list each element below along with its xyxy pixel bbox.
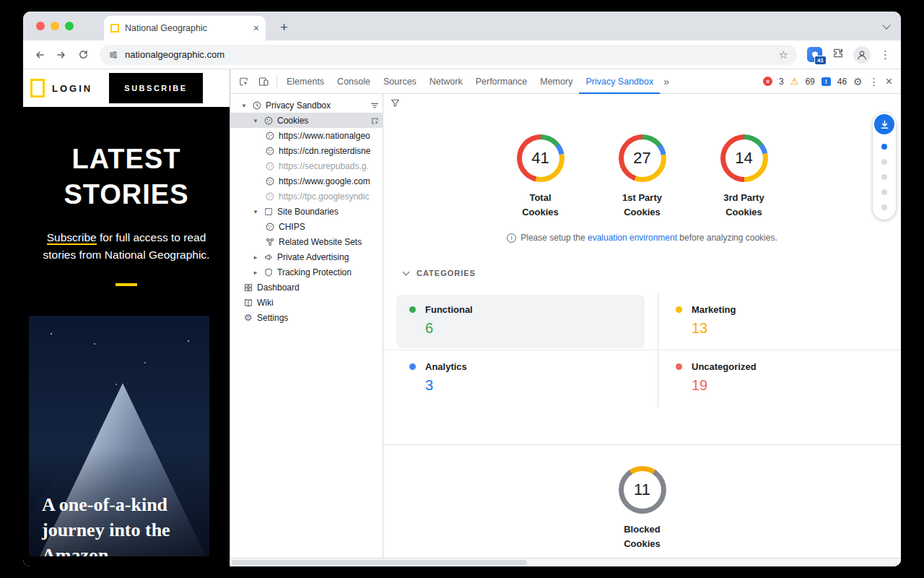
subscribe-link[interactable]: Subscribe	[47, 231, 97, 245]
first-party-cookies-stat[interactable]: 27 1st Party Cookies	[612, 134, 673, 220]
devtools-settings-icon[interactable]: ⚙	[853, 77, 863, 87]
tree-item-label: CHIPS	[279, 222, 305, 232]
chevron-down-icon[interactable]	[403, 269, 410, 276]
back-button[interactable]	[29, 44, 51, 66]
expander-icon[interactable]: ▾	[252, 117, 259, 124]
close-window-button[interactable]	[36, 22, 45, 30]
address-bar[interactable]: nationalgeographic.com ☆	[100, 45, 797, 65]
category-value: 3	[425, 377, 645, 394]
issues-icon[interactable]: !	[821, 77, 831, 86]
hero-caption[interactable]: A one-of-a-kind journey into the Amazon	[42, 492, 197, 556]
login-link[interactable]: LOGIN	[52, 83, 109, 94]
chrome-menu-icon[interactable]: ⋮	[880, 48, 891, 61]
devtools-close-icon[interactable]: ×	[886, 76, 892, 87]
privacy-extension-icon[interactable]: 41	[807, 47, 822, 62]
tab-console[interactable]: Console	[331, 69, 377, 94]
minimize-window-button[interactable]	[51, 22, 59, 30]
tree-filter-icon[interactable]	[370, 100, 380, 111]
new-tab-button[interactable]: +	[274, 18, 294, 38]
bookmark-star-icon[interactable]: ☆	[779, 48, 788, 61]
categories-header[interactable]: CATEGORIES	[383, 269, 901, 277]
tree-item-cookies[interactable]: ▾ Cookies	[230, 113, 383, 128]
reload-button[interactable]	[72, 44, 94, 66]
tree-item-label: Related Website Sets	[279, 237, 362, 247]
filter-icon[interactable]	[390, 98, 401, 111]
errors-count[interactable]: 3	[779, 77, 784, 87]
device-toolbar-icon[interactable]	[253, 72, 274, 91]
tree-item-cookie-origin[interactable]: https://www.nationalgeo	[230, 128, 383, 143]
expander-icon[interactable]: ▾	[252, 208, 259, 215]
zoom-window-button[interactable]	[65, 22, 74, 30]
section-indicator	[873, 113, 896, 220]
tracking-protection-icon	[263, 267, 274, 277]
warnings-icon[interactable]: ⚠	[790, 77, 799, 86]
blocked-cookies-stat[interactable]: 11 Blocked Cookies	[612, 466, 673, 551]
forward-button[interactable]	[51, 44, 72, 66]
category-cell-uncategorized[interactable]: Uncategorized 19	[658, 350, 901, 407]
tree-item-private-advertising[interactable]: ▸ Private Advertising	[230, 249, 383, 264]
tab-search-chevron-icon[interactable]	[882, 21, 890, 29]
tree-item-cookie-origin[interactable]: https://tpc.googlesyndic	[230, 189, 383, 204]
section-divider	[383, 444, 901, 445]
tree-item-settings[interactable]: ⚙ Settings	[230, 310, 383, 325]
total-cookies-stat[interactable]: 41 Total Cookies	[510, 134, 571, 220]
third-party-cookies-stat[interactable]: 14 3rd Party Cookies	[714, 134, 775, 220]
category-cell-marketing[interactable]: Marketing 13	[658, 293, 901, 350]
section-dot[interactable]	[881, 159, 887, 165]
expander-icon[interactable]: ▸	[252, 254, 259, 261]
tree-item-related-website-sets[interactable]: Related Website Sets	[230, 234, 383, 249]
download-report-button[interactable]	[874, 114, 894, 134]
section-dot[interactable]	[881, 174, 887, 180]
section-dot[interactable]	[881, 204, 887, 210]
tree-item-cookie-origin[interactable]: https://securepubads.g.	[230, 158, 383, 173]
category-cell-analytics[interactable]: Analytics 3	[383, 350, 658, 407]
issues-count[interactable]: 46	[837, 77, 847, 87]
label-line-1: 3rd Party	[723, 191, 764, 205]
tree-item-chips[interactable]: CHIPS	[230, 219, 383, 234]
evaluation-environment-link[interactable]: evaluation environment	[588, 233, 677, 243]
tree-item-tracking-protection[interactable]: ▸ Tracking Protection	[230, 264, 383, 280]
expander-icon[interactable]: ▸	[252, 269, 259, 276]
horizontal-scrollbar[interactable]	[230, 558, 901, 566]
more-tabs-icon[interactable]: »	[660, 76, 673, 87]
expander-icon[interactable]: ▾	[240, 102, 248, 109]
url-text[interactable]: nationalgeographic.com	[125, 49, 772, 60]
site-boundaries-icon	[263, 206, 274, 217]
tab-privacy-sandbox[interactable]: Privacy Sandbox	[579, 69, 660, 94]
tree-item-site-boundaries[interactable]: ▾ Site Boundaries	[230, 204, 383, 219]
section-dot-active[interactable]	[881, 144, 887, 150]
tree-item-label: https://cdn.registerdisne	[279, 146, 370, 156]
tree-item-privacy-sandbox[interactable]: ▾ Privacy Sandbox	[230, 98, 383, 113]
functional-dot	[409, 306, 416, 313]
tab-memory[interactable]: Memory	[533, 69, 579, 94]
devtools-menu-icon[interactable]: ⋮	[869, 77, 879, 87]
inspect-element-icon[interactable]	[233, 72, 253, 91]
tree-item-dashboard[interactable]: Dashboard	[230, 280, 383, 295]
notice-suffix: before analyzing cookies.	[677, 233, 777, 243]
natgeo-logo[interactable]	[30, 79, 45, 98]
tab-performance[interactable]: Performance	[469, 69, 534, 94]
chips-cookie-icon	[264, 221, 275, 232]
blocked-cookies-value: 11	[624, 471, 661, 509]
section-dot[interactable]	[881, 189, 887, 195]
tab-elements[interactable]: Elements	[280, 69, 331, 94]
tree-item-cookie-origin[interactable]: https://www.google.com	[230, 173, 383, 189]
category-cell-functional[interactable]: Functional 6	[383, 293, 658, 350]
subscribe-button[interactable]: SUBSCRIBE	[109, 73, 203, 103]
extensions-puzzle-icon[interactable]	[832, 47, 844, 62]
site-settings-icon[interactable]	[108, 50, 118, 60]
tree-item-wiki[interactable]: Wiki	[230, 295, 383, 310]
tree-item-label: Privacy Sandbox	[266, 100, 331, 111]
warnings-count[interactable]: 69	[805, 77, 814, 87]
tab-network[interactable]: Network	[423, 69, 469, 94]
toolbar-right-group: 41 ⋮	[803, 46, 895, 64]
browser-tab[interactable]: National Geographic ×	[104, 16, 266, 40]
tab-sources[interactable]: Sources	[377, 69, 423, 94]
tree-item-cookie-origin[interactable]: https://cdn.registerdisne	[230, 143, 383, 158]
inspect-cursor-icon[interactable]	[370, 116, 380, 126]
scrollbar-thumb[interactable]	[232, 560, 527, 565]
errors-icon[interactable]: ×	[763, 77, 772, 86]
tab-close-icon[interactable]: ×	[253, 23, 259, 33]
promo-text: Subscribe for full access to read storie…	[34, 229, 219, 263]
profile-avatar[interactable]	[853, 46, 871, 64]
